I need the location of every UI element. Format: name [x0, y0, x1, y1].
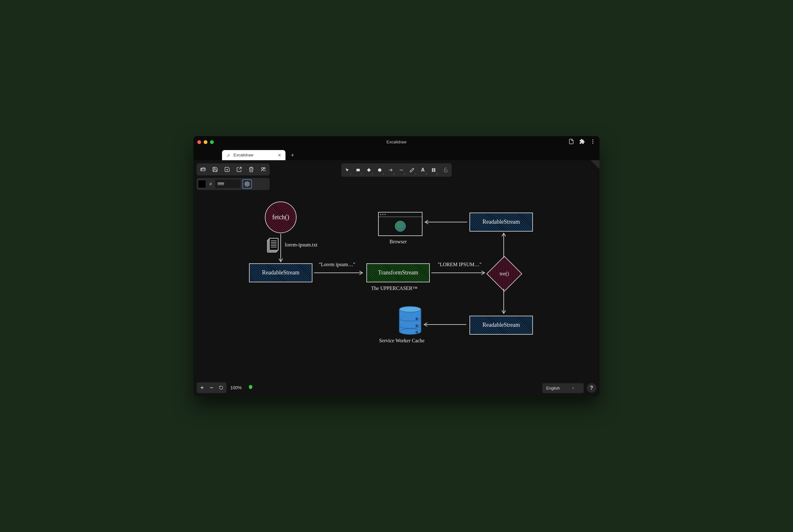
- node-readablestream-2[interactable]: ReadableStream: [469, 212, 533, 232]
- arrow-tee-readable2: [501, 232, 507, 260]
- browser-tab[interactable]: Excalidraw: [222, 150, 286, 160]
- maximize-window-button[interactable]: [210, 140, 214, 144]
- document-icon: [267, 238, 278, 252]
- zoom-in-button[interactable]: [197, 383, 207, 393]
- label-lorem-lower: "Lorem ipsum…": [319, 262, 355, 267]
- app-window: Excalidraw Excalidraw: [193, 136, 600, 396]
- svg-point-1: [593, 141, 594, 142]
- label-file: lorem-ipsum.txt: [285, 242, 317, 248]
- label-lorem-upper: "LOREM IPSUM…": [438, 262, 482, 267]
- svg-point-0: [593, 139, 594, 140]
- node-browser[interactable]: [378, 212, 423, 236]
- close-icon[interactable]: [277, 153, 282, 157]
- canvas[interactable]: fetch() lorem-ipsum.txt ReadableStream T…: [193, 160, 600, 396]
- arrow-readable2-browser: [424, 220, 469, 226]
- tab-title: Excalidraw: [233, 153, 274, 157]
- window-title: Excalidraw: [387, 139, 407, 144]
- node-readablestream-3[interactable]: ReadableStream: [469, 316, 533, 335]
- svg-point-2: [593, 142, 594, 144]
- titlebar: Excalidraw: [193, 136, 600, 148]
- node-swcache[interactable]: [399, 306, 421, 335]
- arrow-transform-tee: [431, 270, 487, 277]
- menu-dots-icon[interactable]: [590, 139, 596, 146]
- file-icon[interactable]: [568, 139, 574, 146]
- extension-icon[interactable]: [579, 139, 585, 146]
- excalidraw-app: # 1 2 3 4 5 6 7 A8 9 fetch(): [193, 160, 600, 396]
- help-button[interactable]: ?: [587, 383, 596, 393]
- arrow-readable3-swcache: [423, 322, 468, 328]
- label-uppercaser: The UPPERCASER™: [371, 286, 418, 291]
- pencil-icon: [226, 153, 230, 157]
- label-swcache: Service Worker Cache: [379, 338, 424, 344]
- node-tee[interactable]: tee(): [486, 256, 522, 291]
- zoom-reset-button[interactable]: [216, 383, 226, 393]
- bottom-right-controls: English ?: [542, 383, 596, 393]
- language-select[interactable]: English: [542, 383, 584, 393]
- new-tab-button[interactable]: [288, 151, 297, 159]
- arrow-readable-transform: [314, 270, 365, 277]
- close-window-button[interactable]: [197, 140, 201, 144]
- zoom-level: 100%: [228, 385, 244, 390]
- minimize-window-button[interactable]: [204, 140, 208, 144]
- tabbar: Excalidraw: [193, 148, 600, 160]
- chevron-up-icon: [572, 386, 575, 390]
- traffic-lights: [197, 140, 214, 144]
- node-transformstream[interactable]: TransformStream: [366, 263, 430, 282]
- zoom-out-button[interactable]: [207, 383, 216, 393]
- label-browser: Browser: [389, 239, 407, 245]
- node-fetch[interactable]: fetch(): [265, 202, 296, 233]
- shield-icon[interactable]: [248, 384, 253, 391]
- zoom-controls: 100%: [197, 382, 253, 393]
- node-readablestream-1[interactable]: ReadableStream: [249, 263, 312, 282]
- arrow-fetch-readable: [278, 234, 285, 264]
- globe-icon: [395, 221, 406, 232]
- arrow-tee-readable3: [501, 289, 507, 316]
